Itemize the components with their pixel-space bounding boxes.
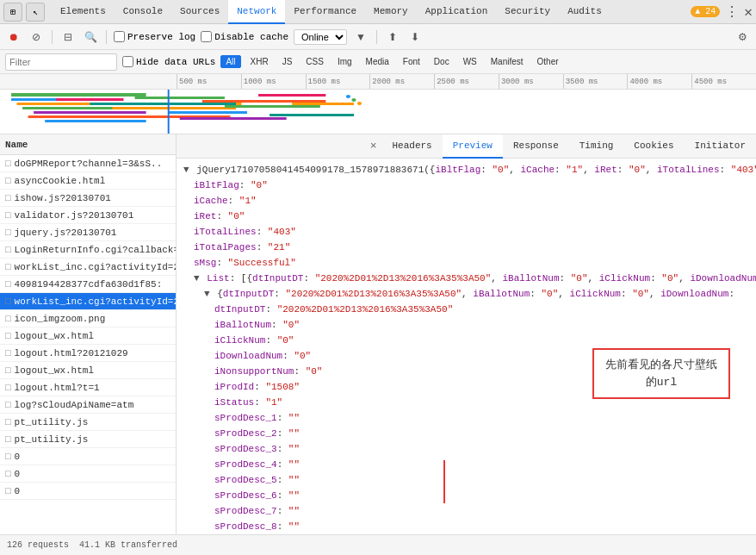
disable-cache-checkbox[interactable] xyxy=(201,31,212,42)
file-icon-15: □ xyxy=(5,417,11,427)
filter-font-button[interactable]: Font xyxy=(399,56,424,67)
filter-img-button[interactable]: Img xyxy=(333,56,356,67)
annotation-text: 先前看见的各尺寸壁纸的url xyxy=(605,359,717,389)
preserve-log-checkbox[interactable] xyxy=(114,31,125,42)
tab-bar: ⊞ ↖ Elements Console Sources Network Per… xyxy=(0,0,756,24)
file-icon-8: □ xyxy=(5,296,11,307)
stop-button[interactable]: ⊘ xyxy=(28,28,45,46)
file-icon-0: □ xyxy=(5,159,11,169)
filter-input[interactable] xyxy=(5,53,117,71)
file-icon-10: □ xyxy=(5,331,11,341)
tick-2500: 2500 ms xyxy=(434,74,499,89)
tab-application[interactable]: Application xyxy=(417,0,497,24)
file-item-10[interactable]: □ logout_wx.html xyxy=(0,327,176,345)
file-item-14[interactable]: □ log?sCloudApiName=atm xyxy=(0,396,176,414)
file-item-2[interactable]: □ ishow.js?20130701 xyxy=(0,190,176,207)
file-item-0[interactable]: □ doGPMReport?channel=3&sS.. xyxy=(0,155,176,172)
tab-preview[interactable]: Preview xyxy=(443,134,503,159)
collapse-list-icon[interactable]: ▼ xyxy=(194,271,200,286)
collapse-top-icon[interactable]: ▼ xyxy=(183,162,189,178)
record-button[interactable]: ⏺ xyxy=(5,28,22,46)
collapse-list-item-icon[interactable]: ▼ xyxy=(204,286,210,302)
tab-headers[interactable]: Headers xyxy=(382,134,443,159)
inspect-icon[interactable]: ↖ xyxy=(26,3,45,22)
json-viewer[interactable]: ▼ jQuery17107058041454099178_15789718836… xyxy=(177,159,756,534)
file-icon-16: □ xyxy=(5,434,11,445)
file-item-1[interactable]: □ asyncCookie.html xyxy=(0,172,176,190)
throttle-dropdown-icon[interactable]: ▼ xyxy=(352,28,369,46)
tab-performance[interactable]: Performance xyxy=(285,0,365,24)
import-har-button[interactable]: ⬆ xyxy=(384,28,401,46)
tab-network[interactable]: Network xyxy=(228,0,285,24)
separator-3 xyxy=(376,30,377,44)
json-line-iret: iRet: "0" xyxy=(183,209,749,224)
tab-timing[interactable]: Timing xyxy=(569,134,624,159)
tick-1000: 1000 ms xyxy=(241,74,306,89)
file-icon-14: □ xyxy=(5,400,11,410)
file-item-13[interactable]: □ logout.html?t=1 xyxy=(0,379,176,396)
preserve-log-text: Preserve log xyxy=(127,32,195,42)
file-item-8[interactable]: □ workList_inc.cgi?activityId=27: xyxy=(0,293,176,310)
filter-doc-button[interactable]: Doc xyxy=(430,56,454,67)
tick-3500: 3500 ms xyxy=(563,74,628,89)
tab-security[interactable]: Security xyxy=(496,0,559,24)
tab-response[interactable]: Response xyxy=(503,134,569,159)
file-item-9[interactable]: □ icon_imgzoom.png xyxy=(0,310,176,327)
file-item-5[interactable]: □ LoginReturnInfo.cgi?callback= xyxy=(0,241,176,259)
filter-media-button[interactable]: Media xyxy=(362,56,393,67)
tab-initiator[interactable]: Initiator xyxy=(685,134,756,159)
throttling-select[interactable]: Online xyxy=(294,29,347,45)
tab-console[interactable]: Console xyxy=(115,0,171,24)
dock-icon[interactable]: ⊞ xyxy=(3,3,22,22)
json-line-dtinputdt: dtInputDT: "2020%2D01%2D13%2016%3A35%3A5… xyxy=(183,302,749,317)
file-icon-7: □ xyxy=(5,279,11,290)
filter-js-button[interactable]: JS xyxy=(278,56,297,67)
file-icon-17: □ xyxy=(5,452,11,462)
tab-cookies[interactable]: Cookies xyxy=(623,134,684,159)
tick-4500: 4500 ms xyxy=(691,74,756,89)
tab-elements[interactable]: Elements xyxy=(52,0,115,24)
detail-close-button[interactable]: × xyxy=(370,140,377,153)
tab-bar-right: ▲ 24 ⋮ ✕ xyxy=(691,3,753,21)
filter-ws-button[interactable]: WS xyxy=(459,56,481,67)
file-item-4[interactable]: □ jquery.js?20130701 xyxy=(0,224,176,241)
preserve-log-label[interactable]: Preserve log xyxy=(114,31,195,42)
file-item-3[interactable]: □ validator.js?20130701 xyxy=(0,207,176,224)
tab-audits[interactable]: Audits xyxy=(559,0,610,24)
hide-data-urls-label[interactable]: Hide data URLs xyxy=(122,56,215,67)
file-item-15[interactable]: □ pt_utility.js xyxy=(0,414,176,431)
filter-all-button[interactable]: All xyxy=(220,55,240,68)
file-item-11[interactable]: □ logout.html?20121029 xyxy=(0,345,176,362)
file-icon-9: □ xyxy=(5,314,11,324)
filter-toggle-button[interactable]: ⊟ xyxy=(59,28,77,46)
file-item-19[interactable]: □ 0 xyxy=(0,483,176,500)
detail-panel: × Headers Preview Response Timing Cookie… xyxy=(177,134,756,534)
file-item-6[interactable]: □ workList_inc.cgi?activityId=27: xyxy=(0,259,176,276)
file-icon-18: □ xyxy=(5,469,11,479)
file-item-16[interactable]: □ pt_utility.js xyxy=(0,431,176,448)
svg-rect-10 xyxy=(135,97,225,99)
close-devtools-icon[interactable]: ✕ xyxy=(744,3,753,21)
filter-manifest-button[interactable]: Manifest xyxy=(486,56,528,67)
tab-sources[interactable]: Sources xyxy=(171,0,228,24)
filter-other-button[interactable]: Other xyxy=(533,56,563,67)
settings-button[interactable]: ⚙ xyxy=(734,28,751,46)
disable-cache-label[interactable]: Disable cache xyxy=(201,31,288,42)
hide-data-urls-checkbox[interactable] xyxy=(122,56,133,67)
json-line-iclicknum: iClickNum: "0" xyxy=(183,333,749,348)
file-item-7[interactable]: □ 4098194428377cdfa630d1f85: xyxy=(0,276,176,293)
search-button[interactable]: 🔍 xyxy=(82,28,99,46)
tab-memory[interactable]: Memory xyxy=(365,0,417,24)
file-item-17[interactable]: □ 0 xyxy=(0,448,176,465)
export-har-button[interactable]: ⬇ xyxy=(406,28,424,46)
warning-badge: ▲ 24 xyxy=(691,6,720,17)
more-options-icon[interactable]: ⋮ xyxy=(725,3,739,21)
file-icon-12: □ xyxy=(5,365,11,376)
filter-xhr-button[interactable]: XHR xyxy=(246,56,273,67)
filter-css-button[interactable]: CSS xyxy=(301,56,328,67)
timeline-svg xyxy=(0,90,756,134)
file-item-18[interactable]: □ 0 xyxy=(0,465,176,483)
file-item-12[interactable]: □ logout_wx.html xyxy=(0,362,176,379)
file-list-header: Name xyxy=(0,134,176,155)
svg-point-19 xyxy=(346,95,350,98)
